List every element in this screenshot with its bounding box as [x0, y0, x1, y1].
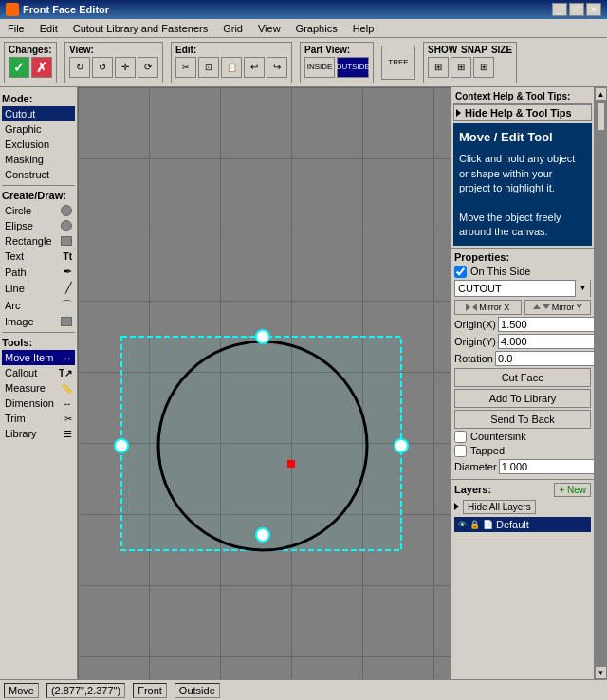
tapped-checkbox[interactable]	[454, 445, 467, 457]
right-scrollbar[interactable]: ▲ ▼	[594, 87, 607, 679]
origin-x-label: Origin(X)	[454, 319, 496, 330]
mirror-y-button[interactable]: Mirror Y	[524, 300, 592, 315]
mirror-x-button[interactable]: Mirror X	[454, 300, 522, 315]
ellipse-icon	[61, 220, 72, 231]
create-line-label: Line	[5, 283, 25, 294]
new-layer-button[interactable]: + New	[554, 483, 591, 497]
cutout-dropdown[interactable]: CUTOUT ▼	[454, 280, 591, 297]
maximize-button[interactable]: □	[569, 3, 584, 16]
callout-icon: T↗	[59, 368, 72, 378]
tools-label: Tools:	[2, 337, 75, 348]
layer-default[interactable]: 👁 🔒 📄 Default	[454, 517, 591, 532]
menu-edit[interactable]: Edit	[36, 22, 62, 35]
add-to-library-button[interactable]: Add To Library	[454, 389, 591, 408]
scroll-thumb[interactable]	[597, 102, 605, 131]
countersink-checkbox[interactable]	[454, 431, 467, 443]
minimize-button[interactable]: _	[552, 3, 567, 16]
rotate-cw-button[interactable]: ↻	[69, 57, 90, 78]
cut-button[interactable]: ✂	[175, 57, 196, 78]
create-ellipse[interactable]: Elipse	[2, 218, 75, 233]
rotate-ccw-button[interactable]: ↺	[92, 57, 113, 78]
edit-label: Edit:	[175, 45, 196, 55]
canvas-svg	[78, 87, 451, 679]
handle-right-mid[interactable]	[395, 439, 408, 452]
create-circle-label: Circle	[5, 205, 31, 216]
tree-button[interactable]: TREE	[381, 46, 415, 80]
show-grid-button[interactable]: ⊞	[428, 57, 449, 78]
menu-grid[interactable]: Grid	[219, 22, 247, 35]
mode-exclusion[interactable]: Exclusion	[2, 137, 75, 152]
line-icon: ╱	[65, 282, 72, 294]
mode-construct[interactable]: Construct	[2, 167, 75, 182]
cancel-button[interactable]: ✗	[31, 57, 52, 78]
create-rectangle[interactable]: Rectangle	[2, 233, 75, 249]
rotation-input[interactable]	[495, 351, 594, 366]
window-controls[interactable]: _ □ ✕	[552, 3, 601, 16]
content-area: Mode: Cutout Graphic Exclusion Masking C…	[0, 87, 607, 679]
copy-button[interactable]: ⊡	[198, 57, 219, 78]
image-icon	[61, 317, 72, 326]
tool-dimension[interactable]: Dimension ↔	[2, 396, 75, 411]
redo-button[interactable]: ↪	[267, 57, 287, 78]
menu-graphics[interactable]: Graphics	[292, 22, 341, 35]
create-circle[interactable]: Circle	[2, 203, 75, 218]
help-text: Click and hold any object or shape withi…	[459, 152, 586, 239]
mode-graphic[interactable]: Graphic	[2, 121, 75, 137]
canvas-area[interactable]	[78, 87, 451, 679]
reset-view-button[interactable]: ⟳	[138, 57, 158, 78]
close-button[interactable]: ✕	[586, 3, 601, 16]
create-arc[interactable]: Arc ⌒	[2, 296, 75, 314]
tool-trim-label: Trim	[5, 413, 26, 424]
mode-cutout[interactable]: Cutout	[2, 106, 75, 121]
outside-view-button[interactable]: OUTSIDE	[337, 57, 369, 78]
right-panel: Context Help & Tool Tips: Hide Help & To…	[451, 87, 607, 679]
create-path[interactable]: Path ✒	[2, 264, 75, 280]
handle-bottom-mid[interactable]	[256, 528, 269, 542]
create-image[interactable]: Image	[2, 314, 75, 329]
mirror-y-label: Mirror Y	[552, 303, 582, 312]
tool-callout[interactable]: Callout T↗	[2, 365, 75, 380]
paste-button[interactable]: 📋	[221, 57, 242, 78]
tool-trim[interactable]: Trim ✂	[2, 411, 75, 426]
help-hide-row[interactable]: Hide Help & Tool Tips	[453, 104, 592, 121]
inside-view-button[interactable]: INSIDE	[304, 57, 335, 78]
mode-masking-label: Masking	[5, 154, 44, 165]
rotation-label: Rotation	[454, 353, 493, 364]
help-panel: Context Help & Tool Tips: Hide Help & To…	[451, 87, 594, 249]
scroll-down-button[interactable]: ▼	[595, 666, 607, 679]
send-to-back-button[interactable]: Send To Back	[454, 410, 591, 429]
menu-view[interactable]: View	[254, 22, 285, 35]
scroll-up-button[interactable]: ▲	[595, 87, 607, 101]
tool-move-item-label: Move Item	[5, 352, 53, 363]
tool-move-item[interactable]: Move Item ↔	[2, 350, 75, 365]
library-icon: ☰	[64, 429, 72, 439]
mode-masking[interactable]: Masking	[2, 152, 75, 167]
menu-file[interactable]: File	[4, 22, 28, 35]
dropdown-arrow-icon[interactable]: ▼	[575, 280, 590, 297]
tool-measure[interactable]: Measure 📏	[2, 380, 75, 396]
accept-button[interactable]: ✓	[9, 57, 29, 78]
handle-left-mid[interactable]	[115, 439, 128, 452]
origin-y-input[interactable]	[498, 334, 594, 349]
menu-cutout-library[interactable]: Cutout Library and Fasteners	[69, 22, 212, 35]
diameter-input[interactable]	[499, 459, 594, 474]
properties-label: Properties:	[454, 251, 591, 263]
eye-icon: 👁	[458, 520, 467, 529]
pan-button[interactable]: ✛	[115, 57, 136, 78]
hide-all-layers-button[interactable]: Hide All Layers	[463, 500, 536, 514]
create-line[interactable]: Line ╱	[2, 280, 75, 296]
tool-library[interactable]: Library ☰	[2, 426, 75, 441]
undo-button[interactable]: ↩	[244, 57, 265, 78]
mirror-row: Mirror X Mirror Y	[454, 300, 591, 315]
menu-help[interactable]: Help	[349, 22, 378, 35]
cut-face-button[interactable]: Cut Face	[454, 368, 591, 387]
on-this-side-checkbox[interactable]	[454, 266, 467, 278]
canvas-wrapper[interactable]	[78, 87, 451, 679]
size-grid-button[interactable]: ⊞	[473, 57, 494, 78]
origin-x-input[interactable]	[498, 317, 594, 332]
create-text[interactable]: Text Tt	[2, 249, 75, 264]
handle-top-mid[interactable]	[256, 330, 269, 343]
help-hide-label: Hide Help & Tool Tips	[465, 107, 572, 119]
title-bar: Front Face Editor _ □ ✕	[0, 0, 607, 19]
snap-grid-button[interactable]: ⊞	[451, 57, 471, 78]
